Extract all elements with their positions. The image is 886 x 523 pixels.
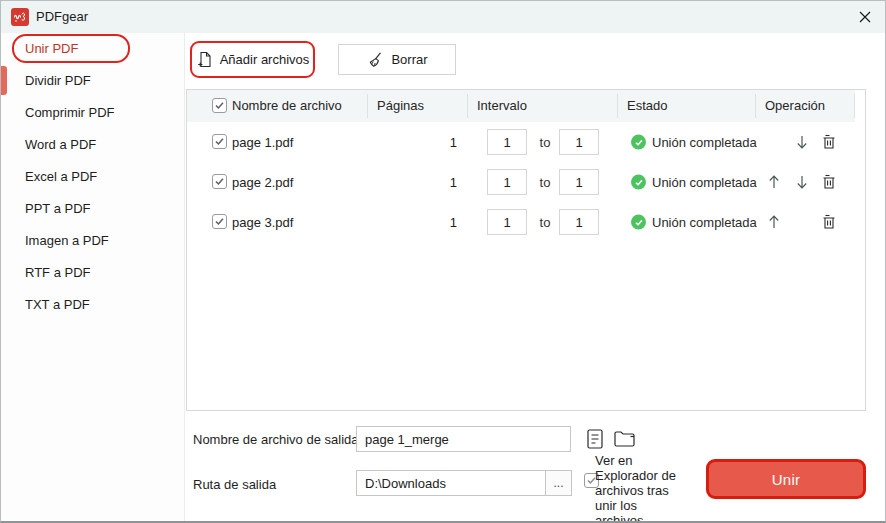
range-to-input[interactable] [559, 209, 599, 235]
status-text: Unión completada [652, 135, 757, 150]
output-filename-input[interactable] [356, 426, 571, 452]
range-to-label: to [531, 175, 559, 190]
row-checkbox[interactable] [212, 214, 227, 230]
range-from-input[interactable] [487, 209, 527, 235]
output-path-input[interactable] [356, 470, 546, 496]
select-all-checkbox[interactable] [212, 98, 227, 114]
window-title: PDFgear [36, 9, 88, 24]
clear-button[interactable]: Borrar [338, 44, 456, 75]
file-plus-icon [196, 51, 213, 68]
sidebar-item-comprimir-pdf[interactable]: Comprimir PDF [25, 100, 115, 126]
page-count: 1 [367, 215, 457, 230]
status-check-icon [631, 135, 646, 150]
sidebar-item-dividir-pdf[interactable]: Dividir PDF [25, 68, 91, 94]
range-from-input[interactable] [487, 129, 527, 155]
sidebar-item-txt-a-pdf[interactable]: TXT a PDF [25, 292, 90, 318]
header-pages: Páginas [377, 90, 424, 122]
folder-icon[interactable] [613, 429, 635, 451]
status-text: Unión completada [652, 175, 757, 190]
clear-label: Borrar [391, 52, 427, 67]
status-check-icon [631, 215, 646, 230]
file-name: page 2.pdf [232, 175, 293, 190]
range-from-input[interactable] [487, 169, 527, 195]
table-header: Nombre de archivo Páginas Intervalo Esta… [187, 90, 855, 122]
document-icon[interactable] [585, 428, 607, 450]
sidebar-item-unir-pdf[interactable]: Unir PDF [25, 36, 78, 62]
output-filename-label: Nombre de archivo de salida [193, 432, 358, 447]
page-count: 1 [367, 135, 457, 150]
range-to-label: to [531, 215, 559, 230]
browse-button[interactable]: ... [546, 470, 572, 496]
broom-icon [366, 51, 384, 69]
header-range: Intervalo [477, 90, 527, 122]
file-table: Nombre de archivo Páginas Intervalo Esta… [186, 89, 866, 411]
header-operation: Operación [765, 90, 825, 122]
table-row: page 1.pdf 1 to Unión completada [187, 122, 855, 162]
file-name: page 1.pdf [232, 135, 293, 150]
app-window: PDFgear Unir PDF Dividir PDF Comprimir P… [0, 0, 886, 523]
header-status: Estado [627, 90, 667, 122]
titlebar: PDFgear [1, 1, 885, 33]
row-checkbox[interactable] [212, 134, 227, 150]
delete-icon[interactable] [820, 173, 838, 191]
open-explorer-label: Ver en Explorador de archivos tras unir … [595, 453, 685, 523]
header-name: Nombre de archivo [232, 90, 342, 122]
page-count: 1 [367, 175, 457, 190]
file-name: page 3.pdf [232, 215, 293, 230]
sidebar-item-rtf-a-pdf[interactable]: RTF a PDF [25, 260, 91, 286]
output-path-label: Ruta de salida [193, 477, 276, 492]
range-to-input[interactable] [559, 169, 599, 195]
move-up-icon[interactable] [765, 213, 783, 231]
sidebar-item-excel-a-pdf[interactable]: Excel a PDF [25, 164, 97, 190]
close-icon[interactable] [857, 9, 873, 25]
delete-icon[interactable] [820, 213, 838, 231]
sidebar: Unir PDF Dividir PDF Comprimir PDF Word … [1, 33, 185, 523]
add-files-button[interactable]: Añadir archivos [193, 44, 312, 75]
row-checkbox[interactable] [212, 174, 227, 190]
move-up-icon[interactable] [765, 173, 783, 191]
move-down-icon[interactable] [793, 133, 811, 151]
range-to-label: to [531, 135, 559, 150]
sidebar-item-word-a-pdf[interactable]: Word a PDF [25, 132, 96, 158]
status-text: Unión completada [652, 215, 757, 230]
pdfgear-logo-icon [11, 8, 29, 26]
table-row: page 3.pdf 1 to Unión completada [187, 202, 855, 242]
sidebar-item-ppt-a-pdf[interactable]: PPT a PDF [25, 196, 91, 222]
selected-item-accent [1, 66, 7, 95]
status-check-icon [631, 175, 646, 190]
delete-icon[interactable] [820, 133, 838, 151]
sidebar-item-imagen-a-pdf[interactable]: Imagen a PDF [25, 228, 109, 254]
merge-button[interactable]: Unir [706, 459, 866, 499]
range-to-input[interactable] [559, 129, 599, 155]
add-files-label: Añadir archivos [220, 52, 310, 67]
move-down-icon[interactable] [793, 173, 811, 191]
table-row: page 2.pdf 1 to Unión completada [187, 162, 855, 202]
